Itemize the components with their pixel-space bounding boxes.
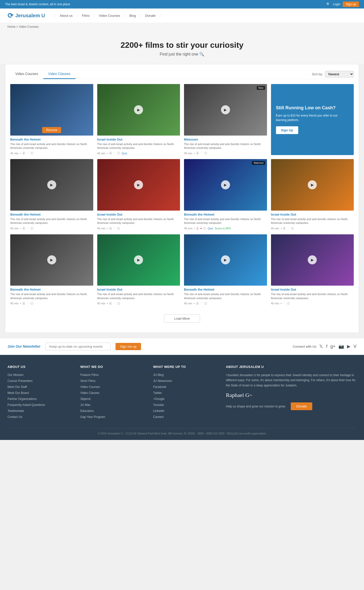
nav-video-courses[interactable]: Video Courses [94,14,125,18]
video-card-5[interactable]: ▶ Beneath the Helmet The rise of anti-Is… [10,159,93,230]
like-2[interactable]: ♡ [113,152,116,155]
like-11[interactable]: ♡ [200,302,203,305]
footer-link-contact[interactable]: Contact Us [8,415,22,419]
like-8[interactable]: ♡ [287,227,290,230]
video-card-9[interactable]: ▶ Beneath the Helmet The rise of anti-Is… [10,234,93,305]
playlist-icon-11[interactable]: ☰ [196,302,199,305]
play-btn-5[interactable]: ▶ [47,180,56,189]
like-3[interactable]: ♡ [200,152,203,155]
footer-link-jumax[interactable]: JU Max [80,403,90,407]
footer-link-mission[interactable]: Our Mission [8,373,24,377]
info-icon-11[interactable]: ⓘ [204,302,207,305]
footer-link-educators[interactable]: Educators [80,409,94,413]
facebook-icon[interactable]: f [326,344,327,349]
footer-link-gapyear[interactable]: Gap Year Program [80,415,105,419]
playlist-icon-7[interactable]: ☰ [196,227,199,230]
breadcrumb-home[interactable]: Home [8,25,16,29]
playlist-icon-3[interactable]: ☰ [196,152,199,155]
footer-link-fb[interactable]: Facebook [153,385,166,389]
play-btn-12[interactable]: ▶ [308,255,317,264]
footer-link-vclasses[interactable]: Video Classes [80,391,100,395]
info-icon-8[interactable]: ⓘ [291,227,294,230]
info-icon-6[interactable]: ⓘ [117,227,120,230]
video-card-10[interactable]: ▶ Israel Inside Out The rise of anti-Isr… [97,234,180,305]
footer-link-testimonials[interactable]: Testimonials [8,409,24,413]
playlist-icon-5[interactable]: ☰ [22,227,25,230]
video-card-1[interactable]: Resume Beneath the Helmet The rise of an… [10,84,93,155]
nav-donate[interactable]: Donate [140,14,160,18]
info-icon-2[interactable]: ⓘ [117,151,120,155]
play-btn-10[interactable]: ▶ [134,255,143,264]
playlist-icon-10[interactable]: ☰ [109,302,112,305]
footer-link-careers[interactable]: Careers [153,415,164,419]
youtube-icon[interactable]: ▶ [347,344,350,349]
search-icon[interactable]: 🔍 [326,2,330,6]
newsletter-input[interactable] [46,343,110,350]
promo-signup-button[interactable]: Sign Up [276,126,298,134]
footer-link-partners[interactable]: Partner Organizations [8,397,37,401]
footer-link-short[interactable]: Short Films [80,379,96,383]
video-title-5[interactable]: Beneath the Helmet [10,213,93,216]
like-5[interactable]: ♡ [26,227,29,230]
video-title-1[interactable]: Beneath the Helmet [10,138,93,141]
footer-link-staff[interactable]: Meet Our Staff [8,385,27,389]
footer-link-jublog[interactable]: JU Blog [153,373,164,377]
sort-select[interactable]: Newest Oldest Most Popular [325,71,354,78]
login-link[interactable]: Login [333,3,340,6]
logo[interactable]: ⟳ Jerusalem U [8,12,45,20]
info-icon-9[interactable]: ⓘ [30,302,33,305]
signup-top-button[interactable]: Sign up [343,2,359,7]
video-card-8[interactable]: ▶ Israel Inside Out The rise of anti-Isr… [271,159,354,230]
play-btn-3[interactable]: ▶ [221,105,230,114]
info-icon-12[interactable]: ⓘ [287,302,290,305]
video-title-9[interactable]: Beneath the Helmet [10,288,93,291]
sign-me-button[interactable]: Sign me up [116,343,141,350]
info-icon-5[interactable]: ⓘ [30,227,33,230]
quiz-link-7[interactable]: Quiz [208,227,213,230]
like-9[interactable]: ♡ [26,302,29,305]
play-btn-7[interactable]: ▶ [221,180,230,189]
footer-link-vcourses[interactable]: Video Courses [80,385,100,389]
video-title-10[interactable]: Israel Inside Out [97,288,180,291]
playlist-icon-9[interactable]: ☰ [22,302,25,305]
footer-link-presenters[interactable]: Course Presenters [8,379,32,383]
googleplus-icon[interactable]: g+ [330,344,336,349]
twitter-icon[interactable]: 𝕏 [319,344,323,349]
video-title-2[interactable]: Israel Inside Out [97,138,180,141]
footer-link-newsroom[interactable]: JU Newsroom [153,379,172,383]
nav-about[interactable]: About us [55,14,77,18]
like-7[interactable]: ♥ [200,227,202,230]
play-btn-9[interactable]: ▶ [47,255,56,264]
video-title-12[interactable]: Israel Inside Out [271,288,354,291]
footer-link-feature[interactable]: Feature Films [80,373,98,377]
info-icon-7[interactable]: ⓘ [203,227,206,230]
playlist-icon-6[interactable]: ☰ [109,227,112,230]
info-icon-10[interactable]: ⓘ [117,302,120,305]
play-btn-2[interactable]: ▶ [134,105,143,114]
playlist-icon-2[interactable]: ☰ [109,152,112,155]
footer-link-youtube[interactable]: Youtube [153,403,164,407]
play-btn-8[interactable]: ▶ [308,180,317,189]
load-more-button[interactable]: Load More [164,314,200,323]
video-card-7[interactable]: ▶ Watched Beneath the Helmet The rise of… [184,159,267,230]
like-6[interactable]: ♡ [113,227,116,230]
quiz-link-2[interactable]: Quiz [122,152,127,155]
nav-films[interactable]: Films [77,14,94,18]
tab-video-courses[interactable]: Video Courses [10,69,43,79]
video-card-3[interactable]: ▶ New Mekonen The rise of anti-Israel ac… [184,84,267,155]
resume-button-1[interactable]: Resume [42,127,61,133]
playlist-icon-1[interactable]: ☰ [22,152,25,155]
video-title-7[interactable]: Beneath the Helmet [184,213,267,216]
video-title-11[interactable]: Beneath the Helmet [184,288,267,291]
video-title-3[interactable]: Mekonen [184,138,267,141]
video-card-11[interactable]: ▶ Beneath the Helmet The rise of anti-Is… [184,234,267,305]
like-12[interactable]: ♡ [283,302,286,305]
video-card-12[interactable]: ▶ Israel Inside Out The rise of anti-Isr… [271,234,354,305]
footer-link-twitter[interactable]: Twitter [153,391,162,395]
nav-blog[interactable]: Blog [125,14,140,18]
footer-link-linkedin[interactable]: LinkedIn [153,409,164,413]
footer-link-faq[interactable]: Frequently Asked Questions [8,403,45,407]
like-10[interactable]: ♡ [113,302,116,305]
footer-link-gplus[interactable]: +Google [153,397,164,401]
donate-button[interactable]: Donate [291,402,312,410]
